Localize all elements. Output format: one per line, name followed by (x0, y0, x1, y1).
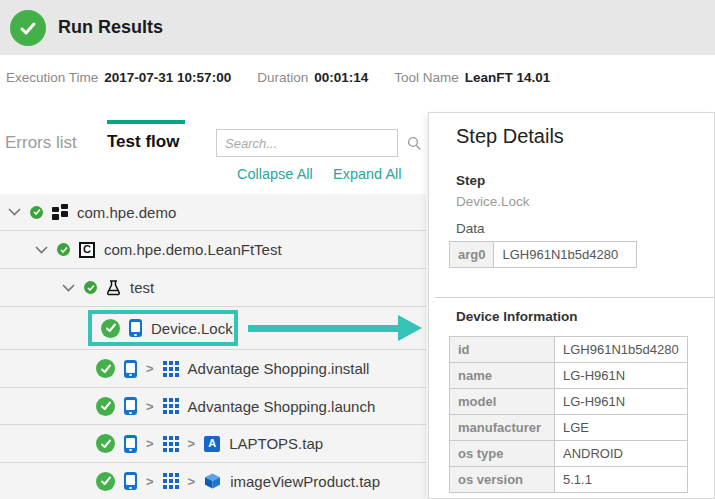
tab-test-flow[interactable]: Test flow (107, 132, 179, 152)
data-value-cell: LGH961N1b5d4280 (494, 242, 637, 268)
passed-check-icon (96, 397, 115, 416)
tab-errors-list[interactable]: Errors list (5, 133, 77, 153)
tree-item-label: imageViewProduct.tap (230, 473, 380, 490)
run-success-icon (10, 10, 46, 46)
table-row: id LGH961N1b5d4280 (450, 337, 688, 363)
class-icon: C (79, 242, 95, 258)
step-data-table: arg0 LGH961N1b5d4280 (449, 241, 637, 268)
tree-item-label: LAPTOPS.tap (229, 435, 323, 452)
annotation-arrow (248, 325, 400, 332)
tree-row-imageview-tap[interactable]: > > imageViewProduct.tap (0, 463, 426, 499)
tree-row-class[interactable]: C com.hpe.demo.LeanFtTest (0, 231, 426, 269)
device-info-value-cell: 5.1.1 (555, 467, 688, 493)
device-icon (124, 360, 137, 378)
cube-object-icon (204, 473, 221, 489)
active-tab-indicator (107, 120, 185, 124)
tree-row-launch[interactable]: > Advantage Shopping.launch (0, 388, 426, 425)
device-information-title: Device Information (456, 309, 578, 324)
tree-row-test[interactable]: test (0, 269, 426, 307)
passed-badge-icon (30, 206, 43, 219)
data-section-label: Data (456, 221, 485, 236)
table-row: arg0 LGH961N1b5d4280 (450, 242, 637, 268)
table-row: name LG-H961N (450, 363, 688, 389)
app-grid-icon (163, 398, 179, 414)
step-section-label: Step (456, 173, 485, 188)
device-info-key-cell: os version (450, 467, 555, 493)
device-info-key-cell: manufacturer (450, 415, 555, 441)
table-row: os type ANDROID (450, 441, 688, 467)
device-info-key-cell: model (450, 389, 555, 415)
run-info-bar: Execution Time 2017-07-31 10:57:00 Durat… (0, 55, 715, 99)
tree-row-install[interactable]: > Advantage Shopping.install (0, 350, 426, 388)
collapse-all-link[interactable]: Collapse All (237, 166, 313, 182)
tool-name-label: Tool Name (394, 70, 459, 85)
device-icon (129, 319, 142, 337)
tree-item-label: com.hpe.demo (77, 204, 176, 221)
app-grid-icon (163, 361, 179, 377)
step-name-value: Device.Lock (456, 194, 530, 209)
passed-check-icon (96, 472, 115, 491)
tree-item-label: test (130, 279, 154, 296)
label-control-icon: A (204, 436, 220, 452)
device-info-key-cell: name (450, 363, 555, 389)
passed-check-icon (96, 359, 115, 378)
device-info-key-cell: id (450, 337, 555, 363)
passed-check-icon (101, 319, 120, 338)
step-details-title: Step Details (456, 125, 564, 148)
device-info-table: id LGH961N1b5d4280 name LG-H961N model L… (449, 336, 688, 493)
chevron-down-icon[interactable] (35, 246, 48, 254)
data-key-cell: arg0 (450, 242, 494, 268)
annotation-arrow-head (398, 315, 422, 341)
device-icon (124, 435, 137, 453)
tree-item-label: Advantage Shopping.install (188, 360, 370, 377)
tree-item-label: Advantage Shopping.launch (188, 398, 376, 415)
device-info-value-cell: ANDROID (555, 441, 688, 467)
page-title: Run Results (58, 17, 163, 38)
chevron-down-icon[interactable] (8, 208, 21, 216)
tree-row-package[interactable]: com.hpe.demo (0, 194, 426, 231)
chevron-right-icon: > (188, 436, 196, 451)
table-row: os version 5.1.1 (450, 467, 688, 493)
chevron-down-icon[interactable] (62, 284, 75, 292)
device-icon (124, 397, 137, 415)
header-bar: Run Results (0, 0, 715, 55)
duration-value: 00:01:14 (314, 70, 368, 85)
device-info-value-cell: LGE (555, 415, 688, 441)
search-input[interactable] (217, 130, 407, 156)
search-box[interactable] (216, 129, 398, 157)
device-icon (124, 472, 137, 490)
passed-check-icon (96, 434, 115, 453)
execution-time-value: 2017-07-31 10:57:00 (104, 70, 231, 85)
chevron-right-icon: > (188, 474, 196, 489)
tree-row-laptops-tap[interactable]: > > A LAPTOPS.tap (0, 425, 426, 463)
device-info-key-cell: os type (450, 441, 555, 467)
chevron-right-icon: > (146, 361, 154, 376)
device-info-value-cell: LGH961N1b5d4280 (555, 337, 688, 363)
duration-label: Duration (257, 70, 308, 85)
table-row: model LG-H961N (450, 389, 688, 415)
panel-divider (435, 297, 714, 298)
device-info-value-cell: LG-H961N (555, 363, 688, 389)
chevron-right-icon: > (146, 474, 154, 489)
app-grid-icon (163, 473, 179, 489)
chevron-right-icon: > (146, 399, 154, 414)
tree-item-label: com.hpe.demo.LeanFtTest (104, 241, 282, 258)
test-flask-icon (106, 280, 121, 296)
expand-all-link[interactable]: Expand All (333, 166, 402, 182)
tool-name-value: LeanFT 14.01 (465, 70, 551, 85)
chevron-right-icon: > (146, 436, 154, 451)
passed-badge-icon (57, 243, 70, 256)
app-grid-icon (163, 436, 179, 452)
tree-row-device-lock[interactable]: Device.Lock (0, 307, 426, 350)
execution-time-label: Execution Time (6, 70, 98, 85)
step-details-panel: Step Details Step Device.Lock Data arg0 … (428, 112, 715, 499)
passed-badge-icon (84, 281, 97, 294)
tree-item-label: Device.Lock (151, 320, 233, 337)
search-icon[interactable] (407, 136, 422, 151)
table-row: manufacturer LGE (450, 415, 688, 441)
package-icon (52, 204, 68, 220)
device-info-value-cell: LG-H961N (555, 389, 688, 415)
